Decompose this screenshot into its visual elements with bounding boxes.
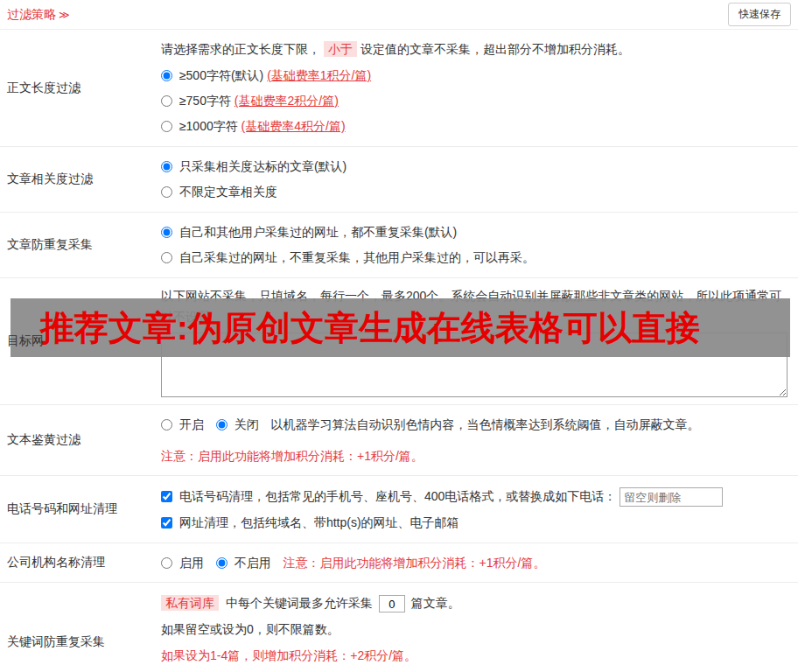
checkbox-url-clean[interactable]: 网址清理，包括纯域名、带http(s)的网址、电子邮箱 — [161, 515, 459, 529]
checkbox-url-clean-input[interactable] — [161, 517, 172, 528]
fee-note: (基础费率1积分/篇) — [267, 68, 371, 82]
radio-length-500-input[interactable] — [161, 70, 172, 81]
row-label-company: 公司机构名称清理 — [0, 543, 154, 582]
radio-porn-off-input[interactable] — [216, 419, 228, 430]
row-label-relevance: 文章相关度过滤 — [0, 147, 154, 212]
row-relevance-filter: 文章相关度过滤 只采集相关度达标的文章(默认) 不限定文章相关度 — [0, 147, 798, 213]
keyword-note-cost: 如果设为1-4篇，则增加积分消耗：+2积分/篇。 — [161, 642, 791, 668]
fee-note: (基础费率4积分/篇) — [242, 119, 346, 133]
row-dedupe-filter: 文章防重复采集 自己和其他用户采集过的网址，都不重复采集(默认) 自己采集过的网… — [0, 213, 798, 278]
row-label-dedupe: 文章防重复采集 — [0, 213, 154, 277]
row-label-length: 正文长度过滤 — [0, 30, 154, 146]
private-lexicon-tag: 私有词库 — [161, 595, 219, 611]
chevron-down-icon: ≫ — [59, 9, 70, 21]
highlight-term: 小于 — [324, 41, 357, 57]
radio-porn-on-input[interactable] — [161, 419, 172, 430]
row-company-clean: 公司机构名称清理 启用 不启用 注意：启用此功能将增加积分消耗：+1积分/篇。 — [0, 543, 798, 583]
row-phone-url-clean: 电话号码和网址清理 电话号码清理，包括常见的手机号、座机号、400电话格式，或替… — [0, 476, 798, 543]
radio-dedupe-global[interactable]: 自己和其他用户采集过的网址，都不重复采集(默认) — [161, 220, 791, 245]
row-length-filter: 正文长度过滤 请选择需求的正文长度下限，小于设定值的文章不采集，超出部分不增加积… — [0, 30, 798, 147]
radio-relevance-strict[interactable]: 只采集相关度达标的文章(默认) — [161, 154, 791, 179]
quick-save-button[interactable]: 快速保存 — [728, 3, 791, 26]
length-intro: 请选择需求的正文长度下限，小于设定值的文章不采集，超出部分不增加积分消耗。 — [161, 37, 791, 61]
company-cost-note: 注意：启用此功能将增加积分消耗：+1积分/篇。 — [284, 556, 546, 570]
radio-length-1000[interactable]: ≥1000字符 (基础费率4积分/篇) — [161, 114, 791, 139]
radio-company-enable[interactable]: 启用 — [161, 556, 207, 570]
radio-dedupe-self[interactable]: 自己采集过的网址，不重复采集，其他用户采集过的，可以再采。 — [161, 245, 791, 270]
radio-company-disable[interactable]: 不启用 — [216, 556, 275, 570]
keyword-count-input[interactable] — [379, 595, 405, 612]
radio-length-750-input[interactable] — [161, 95, 172, 107]
radio-length-750[interactable]: ≥750字符 (基础费率2积分/篇) — [161, 88, 791, 114]
radio-length-500[interactable]: ≥500字符(默认) (基础费率1积分/篇) — [161, 63, 791, 88]
radio-porn-on[interactable]: 开启 — [161, 417, 207, 431]
row-keyword-dedupe: 关键词防重复采集 私有词库 中每个关键词最多允许采集 篇文章。 如果留空或设为0… — [0, 583, 798, 672]
page-title: 过滤策略 — [7, 7, 56, 23]
row-label-exclude: 目标网 — [0, 278, 154, 404]
row-label-porn: 文本鉴黄过滤 — [0, 405, 154, 475]
porn-desc: 以机器学习算法自动识别色情内容，当色情概率达到系统阈值，自动屏蔽文章。 — [271, 417, 700, 431]
replace-phone-input[interactable] — [620, 487, 723, 507]
fee-note: (基础费率2积分/篇) — [234, 94, 339, 108]
row-label-phone: 电话号码和网址清理 — [0, 476, 154, 542]
radio-company-disable-input[interactable] — [216, 557, 228, 569]
keyword-note-zero: 如果留空或设为0，则不限篇数。 — [161, 616, 791, 642]
checkbox-phone-clean[interactable]: 电话号码清理，包括常见的手机号、座机号、400电话格式，或替换成如下电话： — [161, 489, 620, 503]
radio-dedupe-global-input[interactable] — [161, 227, 172, 238]
row-label-keyword: 关键词防重复采集 — [0, 583, 154, 672]
radio-relevance-any-input[interactable] — [161, 186, 172, 198]
row-porn-filter: 文本鉴黄过滤 开启 关闭 以机器学习算法自动识别色情内容，当色情概率达到系统阈值… — [0, 405, 798, 476]
page-header: 过滤策略 ≫ 快速保存 — [0, 0, 798, 30]
radio-length-1000-input[interactable] — [161, 121, 172, 132]
radio-relevance-any[interactable]: 不限定文章相关度 — [161, 179, 791, 205]
checkbox-phone-clean-input[interactable] — [161, 491, 172, 502]
radio-relevance-strict-input[interactable] — [161, 161, 172, 172]
radio-dedupe-self-input[interactable] — [161, 252, 172, 263]
radio-company-enable-input[interactable] — [161, 557, 172, 569]
radio-porn-off[interactable]: 关闭 — [216, 417, 262, 431]
filter-strategy-toggle[interactable]: 过滤策略 ≫ — [7, 7, 70, 23]
porn-cost-note: 注意：启用此功能将增加积分消耗：+1积分/篇。 — [161, 444, 791, 468]
